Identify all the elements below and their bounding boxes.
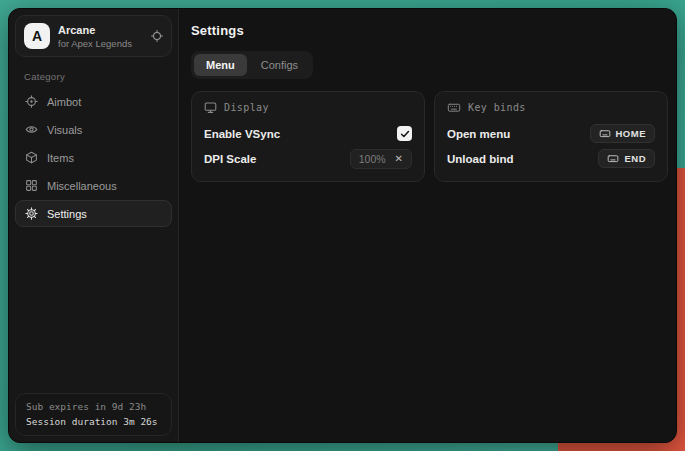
vsync-checkbox[interactable] — [397, 126, 412, 141]
monitor-icon — [204, 101, 217, 114]
keyboard-icon — [599, 128, 611, 139]
unload-bind-row: Unload bind END — [447, 146, 655, 171]
brand-subtitle: for Apex Legends — [58, 38, 132, 49]
main-content: Settings Menu Configs Display — [179, 9, 677, 442]
sidebar-item-label: Aimbot — [47, 96, 81, 108]
settings-cards-row: Display Enable VSync DPI Scale 100% ✕ — [191, 91, 668, 182]
eye-icon — [25, 123, 38, 136]
open-menu-keybind-button[interactable]: HOME — [590, 124, 656, 143]
unload-bind-label: Unload bind — [447, 153, 513, 165]
sidebar-item-settings[interactable]: Settings — [15, 200, 172, 227]
sidebar-item-miscellaneous[interactable]: Miscellaneous — [15, 172, 172, 199]
package-icon — [25, 151, 38, 164]
clear-icon[interactable]: ✕ — [395, 154, 403, 164]
keybinds-card-header: Key binds — [447, 101, 655, 114]
keyboard-icon — [607, 153, 619, 164]
sidebar-item-items[interactable]: Items — [15, 144, 172, 171]
sidebar: A Arcane for Apex Legends Category — [9, 9, 179, 442]
arcane-overlay-window: A Arcane for Apex Legends Category — [8, 8, 677, 443]
page-title: Settings — [191, 23, 668, 38]
dpi-scale-label: DPI Scale — [204, 153, 256, 165]
display-card-header: Display — [204, 101, 412, 114]
display-card-title: Display — [224, 102, 269, 113]
dpi-scale-row: DPI Scale 100% ✕ — [204, 146, 412, 171]
brand-card: A Arcane for Apex Legends — [15, 15, 172, 57]
sub-expiry-text: Sub expires in 9d 23h — [26, 401, 161, 412]
session-duration-text: Session duration 3m 26s — [26, 416, 161, 427]
open-menu-row: Open menu HOME — [447, 121, 655, 146]
display-card: Display Enable VSync DPI Scale 100% ✕ — [191, 91, 425, 182]
subscription-info-box: Sub expires in 9d 23h Session duration 3… — [15, 393, 172, 436]
crosshair-target-icon[interactable] — [151, 30, 163, 42]
arcane-logo: A — [24, 23, 50, 49]
crosshair-icon — [25, 95, 38, 108]
grid-icon — [25, 179, 38, 192]
sidebar-nav: Aimbot Visuals — [9, 86, 178, 229]
dpi-scale-value[interactable]: 100% — [359, 153, 386, 165]
keyboard-icon — [447, 101, 461, 114]
sidebar-item-label: Settings — [47, 208, 87, 220]
tab-menu[interactable]: Menu — [194, 54, 247, 76]
sidebar-item-label: Items — [47, 152, 74, 164]
brand-title: Arcane — [58, 24, 132, 36]
open-menu-label: Open menu — [447, 128, 510, 140]
settings-tab-group: Menu Configs — [191, 51, 313, 79]
sidebar-item-label: Visuals — [47, 124, 82, 136]
open-menu-key: HOME — [616, 128, 647, 139]
sidebar-item-aimbot[interactable]: Aimbot — [15, 88, 172, 115]
keybinds-card: Key binds Open menu HOME — [434, 91, 668, 182]
sidebar-item-visuals[interactable]: Visuals — [15, 116, 172, 143]
tab-configs[interactable]: Configs — [249, 54, 310, 76]
vsync-label: Enable VSync — [204, 128, 280, 140]
brand-text: Arcane for Apex Legends — [58, 24, 132, 49]
category-label: Category — [24, 71, 178, 82]
vsync-row: Enable VSync — [204, 121, 412, 146]
dpi-scale-input[interactable]: 100% ✕ — [350, 149, 412, 169]
unload-key: END — [624, 153, 646, 164]
keybinds-card-title: Key binds — [468, 102, 526, 113]
sidebar-item-label: Miscellaneous — [47, 180, 117, 192]
unload-keybind-button[interactable]: END — [598, 149, 655, 168]
gear-icon — [25, 207, 38, 220]
